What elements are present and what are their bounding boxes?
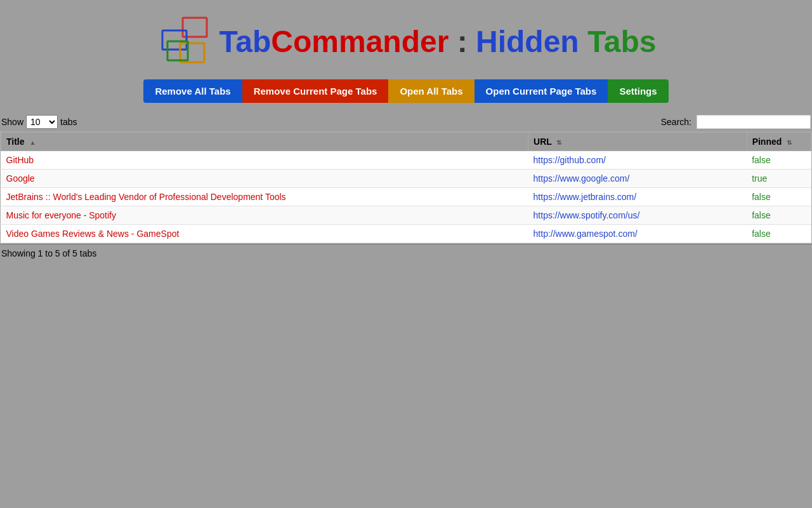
title-link[interactable]: GitHub [6,155,34,165]
show-label: Show [1,117,23,127]
remove-current-button[interactable]: Remove Current Page Tabs [242,79,389,103]
open-all-button[interactable]: Open All Tabs [388,79,474,103]
title-hidden: Hidden [476,25,579,58]
cell-title: Google [1,170,528,188]
open-current-button[interactable]: Open Current Page Tabs [475,79,608,103]
table-row: Music for everyone - Spotifyhttps://www.… [1,206,811,225]
table-row: GitHubhttps://github.com/false [1,151,811,170]
title-sort-icon: ▲ [29,139,36,146]
title-link[interactable]: Music for everyone - Spotify [6,210,117,220]
url-link[interactable]: https://www.google.com/ [534,173,630,184]
controls-row: Show 10 25 50 100 tabs Search: [0,112,812,131]
search-control: Search: [661,115,811,129]
toolbar: Remove All Tabs Remove Current Page Tabs… [0,79,812,103]
cell-url: https://www.google.com/ [528,170,747,188]
title-link[interactable]: Google [6,173,35,184]
search-input[interactable] [697,115,811,129]
col-header-pinned[interactable]: Pinned ⇅ [747,133,811,151]
cell-pinned: true [747,170,811,188]
tabs-table-container: Title ▲ URL ⇅ Pinned ⇅ GitHubhttps://git… [0,131,812,244]
cell-title: JetBrains :: World's Leading Vendor of P… [1,188,528,206]
url-link[interactable]: https://www.spotify.com/us/ [534,210,640,220]
settings-button[interactable]: Settings [608,79,668,103]
url-sort-icon: ⇅ [556,139,561,146]
app-title: TabCommander : Hidden Tabs [219,24,657,59]
title-link[interactable]: Video Games Reviews & News - GameSpot [6,229,180,239]
table-row: Googlehttps://www.google.com/true [1,170,811,188]
pinned-sort-icon: ⇅ [787,139,792,146]
col-header-url[interactable]: URL ⇅ [528,133,747,151]
title-colon: : [449,25,476,58]
cell-pinned: false [747,206,811,225]
showing-text: Showing 1 to 5 of 5 tabs [1,248,96,258]
app-logo [156,13,213,70]
page-header: TabCommander : Hidden Tabs [0,0,812,79]
url-link[interactable]: http://www.gamespot.com/ [534,229,638,239]
cell-pinned: false [747,151,811,170]
cell-pinned: false [747,225,811,243]
table-body: GitHubhttps://github.com/falseGooglehttp… [1,151,811,243]
cell-title: Video Games Reviews & News - GameSpot [1,225,528,243]
cell-url: https://www.spotify.com/us/ [528,206,747,225]
entries-select[interactable]: 10 25 50 100 [26,115,58,129]
cell-title: Music for everyone - Spotify [1,206,528,225]
title-commander: Commander [271,25,449,58]
footer-row: Showing 1 to 5 of 5 tabs [0,244,812,262]
show-control: Show 10 25 50 100 tabs [1,115,77,129]
remove-all-button[interactable]: Remove All Tabs [143,79,242,103]
table-row: Video Games Reviews & News - GameSpothtt… [1,225,811,243]
cell-pinned: false [747,188,811,206]
cell-url: https://www.jetbrains.com/ [528,188,747,206]
cell-url: http://www.gamespot.com/ [528,225,747,243]
search-label: Search: [661,117,691,127]
title-tab: Tab [219,25,272,58]
table-row: JetBrains :: World's Leading Vendor of P… [1,188,811,206]
col-header-title[interactable]: Title ▲ [1,133,528,151]
tabs-label: tabs [60,117,77,127]
table-header-row: Title ▲ URL ⇅ Pinned ⇅ [1,133,811,151]
tabs-table: Title ▲ URL ⇅ Pinned ⇅ GitHubhttps://git… [1,132,811,243]
url-link[interactable]: https://github.com/ [534,155,606,165]
url-link[interactable]: https://www.jetbrains.com/ [534,192,637,202]
title-tabs-word: Tabs [587,25,656,58]
title-link[interactable]: JetBrains :: World's Leading Vendor of P… [6,192,286,202]
cell-title: GitHub [1,151,528,170]
cell-url: https://github.com/ [528,151,747,170]
